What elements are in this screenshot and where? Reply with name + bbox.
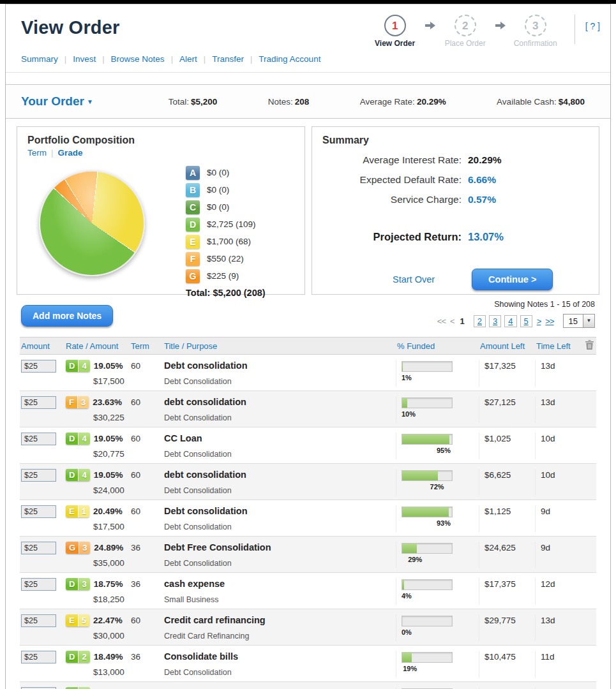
- nav-item-invest[interactable]: Invest: [73, 54, 96, 64]
- note-row: F3 23.63% $30,225 60 debt consolidation …: [20, 391, 596, 427]
- grade-badge-e1: E1: [66, 505, 89, 517]
- time-left-cell: 13d: [535, 396, 577, 423]
- nav-item-trading-account[interactable]: Trading Account: [259, 54, 320, 64]
- invest-amount-input[interactable]: [21, 505, 56, 518]
- funded-percent-label: 4%: [402, 592, 479, 600]
- order-stat: Available Cash:$4,800: [497, 97, 585, 107]
- invest-amount-input[interactable]: [21, 542, 56, 554]
- pager-prev[interactable]: <: [450, 316, 454, 326]
- grade-badge-e: E: [186, 235, 200, 249]
- funded-percent-label: 93%: [437, 519, 479, 527]
- time-left-cell: 13d: [535, 614, 577, 641]
- invest-amount-input[interactable]: [21, 651, 56, 663]
- legend-item-text: $2,725 (109): [207, 219, 256, 229]
- pager-pages: 2345: [470, 315, 532, 327]
- legend-item: B $0 (0): [186, 182, 294, 197]
- pager-first[interactable]: <<: [437, 316, 446, 326]
- your-order-dropdown[interactable]: Your Order▼: [21, 94, 93, 108]
- funded-progress-fill: [402, 507, 449, 517]
- continue-button[interactable]: Continue >: [472, 269, 553, 290]
- notes-toolbar: Add more Notes Showing Notes 1 - 15 of 2…: [21, 299, 595, 337]
- amount-left-cell: $10,475: [479, 651, 535, 678]
- column-time-left[interactable]: Time Left: [535, 341, 577, 351]
- order-stat: Total:$5,200: [169, 97, 218, 107]
- tab-term[interactable]: Term: [27, 148, 47, 158]
- column-rate-amount[interactable]: Rate / Amount: [64, 341, 130, 351]
- note-purpose: Debt Consolidation: [164, 450, 396, 459]
- pager-page-4[interactable]: 4: [504, 315, 516, 327]
- amount-cell: [20, 505, 64, 532]
- note-purpose: Credit Card Refinancing: [164, 632, 396, 641]
- help-link[interactable]: [ ? ]: [585, 21, 600, 31]
- rate-amount-cell: D2 18.49% $13,000: [64, 651, 130, 678]
- funded-progress-fill: [402, 653, 412, 662]
- grade-badge-a: A: [186, 166, 200, 180]
- nav-item-summary[interactable]: Summary: [21, 54, 58, 64]
- start-over-link[interactable]: Start Over: [393, 274, 435, 285]
- column-term[interactable]: Term: [130, 341, 163, 351]
- chevron-down-icon: ▼: [87, 98, 93, 105]
- summary-row-label: Expected Default Rate:: [322, 174, 462, 186]
- pager-last[interactable]: >>: [545, 316, 553, 326]
- rate-amount-cell: E5 22.47% $30,000: [64, 614, 130, 641]
- column-funded[interactable]: % Funded: [396, 341, 479, 351]
- funded-progress-fill: [402, 434, 449, 444]
- loan-amount: $17,500: [66, 522, 130, 531]
- column-title-purpose[interactable]: Title / Purpose: [163, 341, 396, 351]
- note-purpose: Debt Consolidation: [164, 522, 396, 531]
- grade-badge-b: B: [186, 183, 200, 197]
- title-purpose-cell: Debt Free Consolidation Debt Consolidati…: [163, 542, 396, 568]
- invest-amount-input[interactable]: [21, 433, 56, 445]
- summary-row-value: 20.29%: [468, 154, 502, 166]
- legend-rows: A $0 (0) B $0 (0) C $0 (0) D $2,725 (109…: [186, 165, 294, 283]
- invest-amount-input[interactable]: [21, 614, 56, 627]
- note-row: D4 19.05% $20,775 60 CC Loan Debt Consol…: [20, 427, 596, 464]
- pager-page-5[interactable]: 5: [520, 315, 532, 327]
- nav-separator: |: [250, 54, 252, 64]
- grade-badge-d4: D4: [66, 433, 90, 445]
- add-more-notes-button[interactable]: Add more Notes: [21, 305, 113, 327]
- step-2-label: Place Order: [440, 39, 490, 48]
- column-amount[interactable]: Amount: [20, 341, 64, 351]
- invest-amount-input[interactable]: [21, 469, 56, 482]
- summary-actions: Start Over Continue >: [322, 269, 589, 290]
- step-1-label: View Order: [370, 39, 420, 48]
- title-purpose-cell: Debt consolidation Debt Consolidation: [163, 505, 396, 532]
- loan-amount: $18,250: [66, 595, 130, 604]
- page-size-select[interactable]: 15 ▼: [563, 314, 595, 328]
- legend-item-text: $550 (22): [207, 254, 244, 263]
- legend-item: A $0 (0): [186, 165, 294, 180]
- column-amount-left[interactable]: Amount Left: [479, 341, 535, 351]
- pager-next[interactable]: >: [537, 316, 541, 326]
- invest-amount-input[interactable]: [21, 360, 56, 373]
- time-left-cell: 9d: [535, 542, 577, 568]
- chevron-down-icon: ▼: [583, 315, 594, 327]
- amount-left-cell: $6,625: [479, 469, 535, 496]
- summary-row-label: Average Interest Rate:: [322, 154, 462, 166]
- order-stats: Total:$5,200Notes:208Average Rate:20.29%…: [169, 97, 585, 107]
- pager-page-3[interactable]: 3: [489, 315, 501, 327]
- header-divider: [575, 15, 575, 44]
- amount-cell: [20, 469, 64, 496]
- nav-item-transfer[interactable]: Transfer: [212, 54, 244, 64]
- summary-row-value: 6.66%: [468, 174, 496, 186]
- order-stat: Average Rate:20.29%: [360, 97, 446, 107]
- tab-grade[interactable]: Grade: [58, 148, 83, 158]
- nav-item-browse-notes[interactable]: Browse Notes: [111, 54, 165, 64]
- amount-left-cell: $17,325: [479, 360, 535, 387]
- note-title: Credit card refinancing: [164, 614, 396, 625]
- pager-page-2[interactable]: 2: [474, 315, 486, 327]
- note-row: G3 24.89% $35,000 36 Debt Free Consolida…: [20, 537, 596, 573]
- page-size-value: 15: [564, 316, 583, 326]
- notes-table-body: D4 19.05% $17,500 60 Debt consolidation …: [20, 355, 596, 689]
- invest-amount-input[interactable]: [21, 396, 56, 409]
- funded-cell: 0%: [396, 614, 479, 641]
- invest-amount-input[interactable]: [21, 578, 56, 591]
- nav-item-alert[interactable]: Alert: [179, 54, 197, 64]
- grade-badge-d: D: [186, 218, 200, 232]
- delete-notes-icon[interactable]: [577, 340, 596, 352]
- funded-cell: 1%: [396, 360, 479, 387]
- term-cell: 36: [130, 542, 163, 568]
- legend-item-text: $0 (0): [207, 168, 229, 177]
- row-actions-cell: [577, 542, 596, 568]
